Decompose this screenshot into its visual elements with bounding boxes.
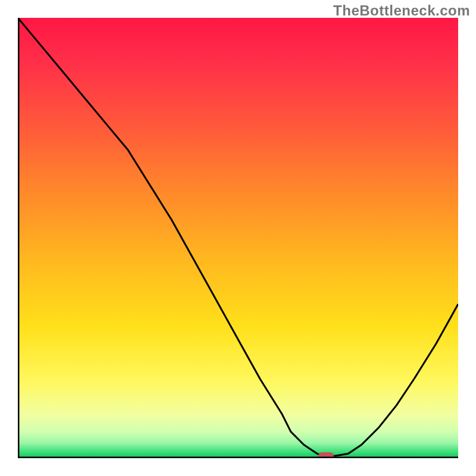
plot-area [18,18,458,458]
watermark-text: TheBottleneck.com [333,2,470,19]
gradient-background [18,18,458,458]
chart-container: TheBottleneck.com [0,0,476,476]
bottleneck-chart [18,18,458,458]
